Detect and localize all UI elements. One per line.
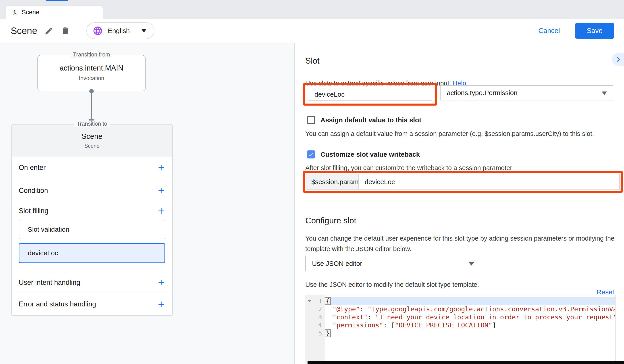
transition-to-legend: Transition to	[74, 121, 110, 127]
dropdown-arrow-icon	[469, 262, 474, 266]
browser-tab-accent	[46, 0, 68, 1]
slot-type-select[interactable]: actions.type.Permission	[440, 85, 613, 101]
collapse-panel-button[interactable]	[612, 53, 624, 66]
section-condition-label: Condition	[19, 186, 48, 195]
section-slot-filling-label: Slot filling	[19, 207, 49, 215]
invocation-intent: actions.intent.MAIN	[38, 64, 145, 72]
tab-scene-label: Scene	[22, 9, 39, 16]
annotation-highlight-slot-name	[303, 83, 437, 105]
section-condition: Condition +	[12, 179, 172, 202]
scene-flow-canvas: Transition from actions.intent.MAIN Invo…	[0, 43, 295, 364]
language-label: English	[108, 27, 130, 35]
edit-scene-button[interactable]	[43, 25, 55, 37]
editor-gutter: 12345	[306, 295, 325, 364]
assign-default-label: Assign default value to this slot	[320, 116, 421, 124]
editor-code-area[interactable]: { "@type": "type.googleapis.com/google.a…	[325, 295, 615, 364]
section-divider	[295, 199, 624, 199]
section-error-handling-label: Error and status handling	[19, 300, 96, 308]
slot-deviceloc-label: deviceLoc	[28, 249, 58, 257]
delete-scene-button[interactable]	[59, 25, 72, 37]
fold-toggle-icon[interactable]	[308, 300, 312, 302]
json-editor: 12345 { "@type": "type.googleapis.com/go…	[306, 295, 615, 364]
editor-horizontal-scrollbar[interactable]	[308, 361, 624, 364]
connector-dot	[89, 89, 94, 94]
pencil-icon	[44, 26, 53, 35]
cancel-button[interactable]: Cancel	[537, 26, 562, 35]
section-on-enter: On enter +	[12, 156, 172, 179]
scene-node-title: Scene	[12, 132, 172, 141]
writeback-row: Customize slot value writeback	[307, 150, 420, 158]
line-number: 5	[306, 329, 325, 337]
editor-right-border	[615, 295, 616, 364]
scene-node-header[interactable]: Scene Scene	[12, 125, 172, 156]
slot-deviceloc-item[interactable]: deviceLoc	[19, 243, 165, 263]
code-line: "@type": "type.googleapis.com/google.act…	[325, 305, 615, 313]
code-line: "context": "I need your device location …	[325, 313, 615, 321]
writeback-label: Customize slot value writeback	[320, 151, 420, 158]
add-condition-button[interactable]: +	[157, 186, 165, 195]
content: Transition from actions.intent.MAIN Invo…	[0, 43, 624, 364]
dropdown-arrow-icon	[602, 92, 607, 95]
add-on-enter-button[interactable]: +	[157, 163, 165, 172]
slot-validation-label: Slot validation	[28, 226, 69, 233]
header: Scene English Cancel Save	[0, 19, 624, 43]
assign-default-row: Assign default value to this slot	[307, 116, 421, 124]
tab-bar: Scene	[0, 0, 624, 19]
add-error-handler-button[interactable]: +	[157, 300, 165, 309]
transition-from-legend: Transition from	[70, 51, 113, 58]
line-number: 2	[306, 305, 325, 313]
writeback-prefix: $session.params.	[306, 174, 359, 189]
connector-line	[91, 91, 92, 120]
invocation-node[interactable]: actions.intent.MAIN Invocation	[37, 55, 146, 91]
globe-icon	[93, 26, 103, 36]
configure-slot-heading: Configure slot	[305, 216, 356, 225]
slot-heading: Slot	[305, 56, 320, 66]
section-on-enter-label: On enter	[19, 164, 46, 172]
save-button[interactable]: Save	[575, 23, 614, 39]
scene-node-subtitle: Scene	[12, 143, 172, 149]
line-number: 4	[306, 321, 325, 329]
add-user-intent-button[interactable]: +	[157, 278, 165, 287]
tab-scene[interactable]: Scene	[6, 6, 103, 19]
configure-slot-desc: You can change the default user experien…	[305, 233, 620, 254]
assign-default-desc: You can assign a default value from a se…	[305, 130, 594, 137]
invocation-type: Invocation	[38, 75, 145, 81]
section-error-handling: Error and status handling +	[12, 293, 172, 315]
section-user-intent-label: User intent handling	[19, 279, 80, 286]
scene-node-card: Scene Scene On enter + Condition + Slot …	[11, 124, 173, 316]
language-selector[interactable]: English	[86, 22, 154, 39]
editor-mode-select[interactable]: Use JSON editor	[305, 256, 480, 271]
add-slot-button[interactable]: +	[157, 207, 165, 215]
section-user-intent: User intent handling +	[12, 272, 172, 293]
writeback-checkbox[interactable]	[307, 150, 315, 158]
code-line: }	[325, 329, 615, 337]
slot-name-input[interactable]	[308, 88, 432, 101]
code-line: {	[325, 297, 615, 305]
scene-editor-window: Scene Scene English Cancel Save Transiti…	[0, 0, 624, 364]
chevron-right-icon	[615, 56, 622, 63]
merge-type-icon	[11, 9, 18, 16]
assign-default-checkbox[interactable]	[307, 116, 315, 124]
slot-type-value: actions.type.Permission	[447, 89, 518, 97]
slot-detail-panel: Slot Use slots to extract specific value…	[295, 43, 624, 364]
chevron-down-icon	[141, 29, 146, 32]
json-editor-hint: Use the JSON editor to modify the defaul…	[305, 281, 479, 288]
editor-mode-value: Use JSON editor	[312, 260, 362, 267]
slot-validation-item[interactable]: Slot validation	[19, 220, 165, 239]
writeback-input-group: $session.params.	[306, 174, 620, 190]
check-icon	[308, 151, 314, 158]
section-slot-filling: Slot filling + Slot validation deviceLoc	[12, 202, 172, 272]
code-line: "permissions": ["DEVICE_PRECISE_LOCATION…	[325, 321, 615, 329]
trash-icon	[61, 26, 70, 35]
line-number: 3	[306, 313, 325, 321]
annotation-highlight-writeback: $session.params.	[303, 171, 623, 193]
writeback-param-input[interactable]	[359, 174, 619, 189]
page-title: Scene	[11, 26, 37, 36]
